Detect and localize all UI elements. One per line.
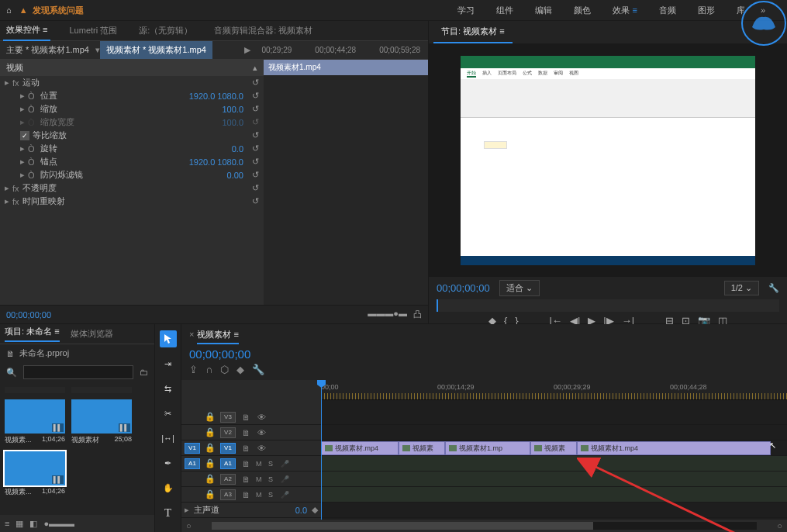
bin-item[interactable]: ▌▌视频素...1;04;26 [5,399,65,445]
menu-assembly[interactable]: 组件 [496,5,513,16]
effect-clip-bar[interactable]: 视频素材1.mp4 [264,60,428,75]
icon-view-icon[interactable]: ▦ [16,519,23,529]
play-icon[interactable]: ▶ [241,45,254,55]
menu-audio[interactable]: 音频 [659,5,676,16]
reset-icon[interactable]: ▴ [253,63,257,73]
program-title[interactable]: 节目: 视频素材 ≡ [433,21,513,43]
home-icon[interactable]: ⌂ [6,5,12,15]
track-v1-lane[interactable]: 视频素材.mp4视频素视频素材1.mp视频素视频素材1.mp4 [321,440,787,456]
timeline-playhead[interactable] [321,380,322,520]
ripple-edit-tool[interactable]: ⇆ [160,380,177,397]
freeform-view-icon[interactable]: ◧ [29,519,37,529]
project-search-input[interactable] [23,365,133,379]
track-a2-lane[interactable] [321,472,787,487]
effect-prop-row[interactable]: ✓等比缩放↺ [0,129,264,142]
track-v2-lane[interactable] [321,425,787,440]
menu-effects[interactable]: 效果 ≡ [613,5,637,16]
timeline-tracks-area[interactable]: 00;0000;00;14;2900;00;29;2900;00;44;28 视… [321,380,787,520]
program-timecode[interactable]: 00;00;00;00 [437,282,490,294]
track-a3-lane[interactable] [321,487,787,503]
project-icon: 🗎 [6,349,15,358]
effect-prop-row[interactable]: ▸Ò缩放100.0↺ [0,102,264,116]
timeline-clip[interactable]: 视频素材1.mp4 [577,441,771,455]
effect-prop-row[interactable]: ▸fx不透明度↺ [0,181,264,195]
program-resolution-dropdown[interactable]: 1/2 ⌄ [724,281,759,295]
track-header-a3[interactable]: 🔒A3🗎MS🎤 [181,487,321,503]
monitor-preview-excel: 开始插入页面布局公式数据审阅视图 [461,56,755,265]
menu-edit[interactable]: 编辑 [535,5,552,16]
bin-item[interactable]: ▌▌视频素...1;04;26 [5,451,65,497]
project-bins[interactable]: ▌▌视频素...1;04;26▌▌视频素材25;08▌▌视频素...1;04;2… [0,382,154,515]
menu-learn[interactable]: 学习 [457,5,475,16]
track-headers: 🔒V3🗎👁🔒V2🗎👁V1🔒V1🗎👁 A1🔒A1🗎MS🎤🔒A2🗎MS🎤🔒A3🗎MS… [181,380,321,520]
tab-lumetri[interactable]: Lumetri 范围 [66,21,120,40]
snap-icon[interactable]: ⇪ [189,364,198,375]
zoom-slider[interactable]: ●▬▬▬ [43,519,74,528]
list-view-icon[interactable]: ≡ [5,519,9,528]
timeline-timecode[interactable]: 00;00;00;00 [189,347,250,361]
effect-crumb-master[interactable]: 主要 * 视频素材1.mp4 [0,41,95,59]
track-header-v1[interactable]: V1🔒V1🗎👁 [181,440,321,456]
effect-prop-row[interactable]: ▸Ò缩放宽度100.0↺ [0,116,264,129]
link-icon[interactable]: ∩ [205,364,212,375]
track-select-tool[interactable]: ⇥ [160,355,177,372]
mouse-cursor-icon: ↖ [769,440,776,451]
search-icon[interactable]: 🔍 [6,368,17,378]
menu-graphics[interactable]: 图形 [698,5,715,16]
program-controls: 00;00;00;00 适合 ⌄ 1/2 ⌄ 🔧 ◆ { } |← ◀| ▶ |… [429,277,787,323]
effect-footer: 00;00;00;00 ▬▬▬●▬ 凸 [0,305,428,323]
effect-timecode[interactable]: 00;00;00;00 [6,310,368,320]
effect-crumb-clip[interactable]: 视频素材 * 视频素材1.mp4 [100,41,212,59]
tab-audio-mixer[interactable]: 音频剪辑混合器: 视频素材 [211,21,316,40]
timeline-clip[interactable]: 视频素 [399,441,445,455]
track-header-a2[interactable]: 🔒A2🗎MS🎤 [181,472,321,487]
effect-zoom-slider[interactable]: ▬▬▬●▬ [368,309,407,320]
track-header-v2[interactable]: 🔒V2🗎👁 [181,425,321,440]
track-header-a1[interactable]: A1🔒A1🗎MS🎤 [181,456,321,472]
timeline-ruler[interactable]: 00;0000;00;14;2900;00;29;2900;00;44;28 [321,380,787,400]
timeline-title[interactable]: 视频素材 ≡ [197,329,238,344]
timeline-clip[interactable]: 视频素材.mp4 [321,441,399,455]
tab-project[interactable]: 项目: 未命名 ≡ [5,326,60,342]
pen-tool[interactable]: ✒ [160,454,177,472]
effect-prop-row[interactable]: ▸fx时间重映射↺ [0,195,264,208]
settings-icon[interactable]: 🔧 [768,283,779,293]
warning-text[interactable]: 发现系统问题 [33,5,458,16]
timeline-clip[interactable]: 视频素 [530,441,577,455]
type-tool[interactable]: T [160,504,177,521]
tab-effect-controls[interactable]: 效果控件 ≡ [3,20,50,41]
menu-color[interactable]: 颜色 [574,5,591,16]
effect-prop-row[interactable]: ▸Ò位置1920.0 1080.0↺ [0,89,264,102]
track-a1-lane[interactable] [321,456,787,472]
marker-add-icon[interactable]: ⬡ [220,364,229,375]
effect-prop-row[interactable]: ▸Ò防闪烁滤镜0.00↺ [0,168,264,181]
hand-tool[interactable]: ✋ [160,479,177,496]
program-fit-dropdown[interactable]: 适合 ⌄ [499,280,540,296]
timeline-clip[interactable]: 视频素材1.mp [445,441,530,455]
tab-media-browser[interactable]: 媒体浏览器 [71,328,113,340]
track-master-lane[interactable] [321,503,787,518]
effect-prop-row[interactable]: ▸Ò旋转0.0↺ [0,142,264,155]
selection-tool[interactable] [160,330,177,347]
program-scrubber[interactable] [437,299,779,312]
settings-wrench-icon[interactable]: 🔧 [252,364,264,375]
bin-item[interactable]: ▌▌视频素材25;08 [71,399,132,445]
effect-controls-panel: 效果控件 ≡ Lumetri 范围 源:（无剪辑） 音频剪辑混合器: 视频素材 … [0,21,428,323]
effect-prop-row[interactable]: ▸Ò锚点1920.0 1080.0↺ [0,155,264,168]
razor-tool[interactable]: ✂ [160,405,177,422]
marker2-icon[interactable]: ◆ [236,364,244,375]
effect-keyframe-area[interactable] [264,76,428,305]
effect-toggle-icon[interactable]: 凸 [413,309,422,320]
track-v3-lane[interactable] [321,409,787,425]
track-header-v3[interactable]: 🔒V3🗎👁 [181,409,321,425]
tab-source[interactable]: 源:（无剪辑） [136,21,195,40]
zoom-out-icon[interactable]: ○ [181,521,196,530]
program-monitor[interactable]: 开始插入页面布局公式数据审阅视图 [429,43,787,277]
new-bin-icon[interactable]: 🗀 [140,368,148,377]
timeline-panel: ×视频素材 ≡ 00;00;00;00 ⇪ ∩ ⬡ ◆ 🔧 🔒V3🗎👁🔒V2🗎👁… [181,324,787,532]
slip-tool[interactable]: |↔| [160,430,177,447]
timeline-scrollbar[interactable] [212,522,758,530]
keyframe-icon[interactable]: ◆ [312,505,318,515]
zoom-in-icon[interactable]: ○ [772,521,787,530]
effect-prop-row[interactable]: ▸fx运动↺ [0,76,264,89]
